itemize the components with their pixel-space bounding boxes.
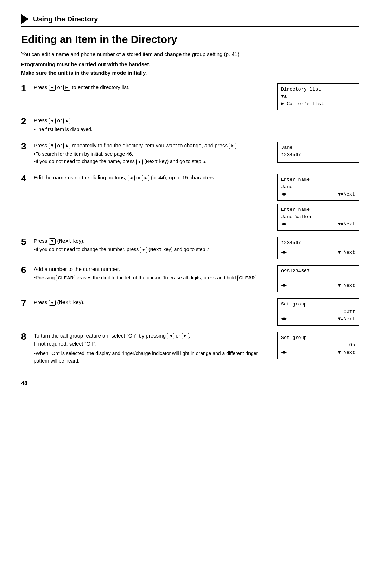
step-7-number: 7 (21, 298, 31, 308)
step-5-screen: 1234567 ◄►▼=Next (277, 237, 359, 262)
step-8: 8 To turn the call group feature on, sel… (21, 332, 270, 365)
step-6-bullet: •Pressing CLEAR erases the digit to the … (34, 274, 270, 281)
screen-8-line1: Set group (281, 334, 355, 342)
screen-4b: Enter name Jane Walker ◄►▼=Next (277, 204, 359, 231)
screen-7-line2: :Off (281, 308, 355, 316)
btn-up2-icon: ▲ (63, 143, 70, 149)
screen-4b-line2: Jane Walker (281, 213, 355, 221)
screen-4a: Enter name Jane ◄►▼=Next (277, 174, 359, 201)
btn-down5-icon: ▼ (140, 247, 147, 253)
btn-down2-icon: ▼ (49, 143, 56, 149)
step-6-content: 6 Add a number to the current number. •P… (21, 265, 277, 287)
step-3-content: 3 Press ▼ or ▲ repeatedly to find the di… (21, 142, 277, 171)
intro-bold1: Programming must be carried out with the… (21, 61, 359, 69)
header-divider (21, 26, 359, 27)
btn-up-icon: ▲ (63, 118, 70, 124)
screen-5-line2: ◄►▼=Next (281, 249, 355, 256)
screen-4a-line1: Enter name (281, 176, 355, 184)
step-8-screen: Set group :On ◄►▼=Next (277, 332, 359, 362)
header-title: Using the Directory (33, 15, 98, 23)
step-8-content: 8 To turn the call group feature on, sel… (21, 332, 277, 370)
step-7-text: Press ▼ (Next key). (34, 298, 270, 307)
step-3-bullets: •To search for the item by initial, see … (34, 150, 270, 165)
step-6-number: 6 (21, 265, 31, 274)
btn-left3-icon: ◄ (167, 333, 174, 339)
step-1-content: 1 Press ◄ or ► to enter the directory li… (21, 83, 277, 98)
step-5-bullet: •If you do not need to change the number… (34, 246, 270, 253)
screen-6-line1: 0981234567 (281, 268, 355, 275)
step-8-bullet: •When "On" is selected, the display and … (34, 350, 270, 365)
screen-4a-line3: ◄►▼=Next (281, 191, 355, 198)
btn-down-icon: ▼ (49, 118, 56, 124)
intro-text: You can edit a name and phone number of … (21, 51, 241, 57)
page-title: Editing an Item in the Directory (21, 33, 359, 45)
screen-1-line2: ▼▲ (281, 93, 355, 100)
screen-5-line1: 1234567 (281, 240, 355, 247)
screen-5: 1234567 ◄►▼=Next (277, 237, 359, 259)
step-row-3: 3 Press ▼ or ▲ repeatedly to find the di… (21, 142, 359, 171)
btn-clear-icon: CLEAR (56, 275, 75, 281)
step-row-8: 8 To turn the call group feature on, sel… (21, 332, 359, 370)
step-row-2: 2 Press ▼ or ▲. •The first item is displ… (21, 117, 359, 138)
step-row-6: 6 Add a number to the current number. •P… (21, 265, 359, 295)
step-2-number: 2 (21, 117, 31, 126)
screen-3-line2: 1234567 (281, 151, 355, 159)
screen-6: 0981234567 ◄►▼=Next (277, 265, 359, 292)
screen-1-line1: Directory list (281, 86, 355, 93)
btn-clear2-icon: CLEAR (238, 275, 257, 281)
btn-left-icon: ◄ (49, 85, 56, 91)
step-2: 2 Press ▼ or ▲. •The first item is displ… (21, 117, 270, 133)
screen-7-line3: ◄►▼=Next (281, 316, 355, 323)
screen-3: Jane 1234567 (277, 142, 359, 163)
intro-bold-lines: Programming must be carried out with the… (21, 61, 359, 77)
screen-6-line3: ◄►▼=Next (281, 282, 355, 290)
step-4-screens: Enter name Jane ◄►▼=Next Enter name Jane… (277, 174, 359, 234)
header: Using the Directory (21, 14, 359, 24)
step-4-number: 4 (21, 174, 31, 183)
step-3-number: 3 (21, 142, 31, 151)
screen-7: Set group :Off ◄►▼=Next (277, 298, 359, 326)
step-5-content: 5 Press ▼ (Next key). •If you do not nee… (21, 237, 277, 259)
step-7-content: 7 Press ▼ (Next key). (21, 298, 277, 312)
step-2-content: 2 Press ▼ or ▲. •The first item is displ… (21, 117, 277, 138)
page-number: 48 (21, 380, 359, 386)
step-3-text: Press ▼ or ▲ repeatedly to find the dire… (34, 142, 270, 166)
step-5-text: Press ▼ (Next key). •If you do not need … (34, 237, 270, 254)
btn-right3-icon: ► (142, 175, 149, 181)
step-3: 3 Press ▼ or ▲ repeatedly to find the di… (21, 142, 270, 166)
step-4-text: Edit the name using the dialing buttons,… (34, 174, 270, 182)
step-2-text: Press ▼ or ▲. •The first item is display… (34, 117, 270, 133)
header-arrow-icon (21, 14, 29, 24)
screen-4a-line2: Jane (281, 184, 355, 191)
step-1: 1 Press ◄ or ► to enter the directory li… (21, 83, 270, 93)
step-1-screen: Directory list ▼▲ ►=Caller's list (277, 83, 359, 113)
screen-7-line1: Set group (281, 301, 355, 308)
step-4: 4 Edit the name using the dialing button… (21, 174, 270, 183)
btn-down3-icon: ▼ (136, 159, 143, 165)
btn-down4-icon: ▼ (49, 238, 56, 245)
btn-left2-icon: ◄ (128, 175, 135, 181)
step-7-screen: Set group :Off ◄►▼=Next (277, 298, 359, 328)
step-2-bullet: •The first item is displayed. (34, 126, 270, 133)
screen-8: Set group :On ◄►▼=Next (277, 332, 359, 359)
btn-right2-icon: ► (229, 143, 236, 149)
step-row-4: 4 Edit the name using the dialing button… (21, 174, 359, 234)
screen-8-line2: :On (281, 342, 355, 349)
step-row-7: 7 Press ▼ (Next key). Set group :Off ◄►▼… (21, 298, 359, 328)
step-1-text: Press ◄ or ► to enter the directory list… (34, 83, 270, 92)
btn-right-icon: ► (63, 85, 70, 91)
step-row-5: 5 Press ▼ (Next key). •If you do not nee… (21, 237, 359, 262)
intro-paragraph: You can edit a name and phone number of … (21, 50, 359, 58)
screen-4b-line3: ◄►▼=Next (281, 221, 355, 228)
intro-bold2: Make sure the unit is in the standby mod… (21, 69, 359, 77)
screen-1: Directory list ▼▲ ►=Caller's list (277, 83, 359, 111)
step-6-text: Add a number to the current number. •Pre… (34, 265, 270, 282)
screen-3-line1: Jane (281, 144, 355, 151)
screen-6-line2 (281, 275, 355, 283)
step-8-text: To turn the call group feature on, selec… (34, 332, 270, 365)
step-6: 6 Add a number to the current number. •P… (21, 265, 270, 282)
step-4-content: 4 Edit the name using the dialing button… (21, 174, 277, 188)
screen-4b-line1: Enter name (281, 206, 355, 213)
step-5: 5 Press ▼ (Next key). •If you do not nee… (21, 237, 270, 254)
btn-right4-icon: ► (182, 333, 189, 339)
